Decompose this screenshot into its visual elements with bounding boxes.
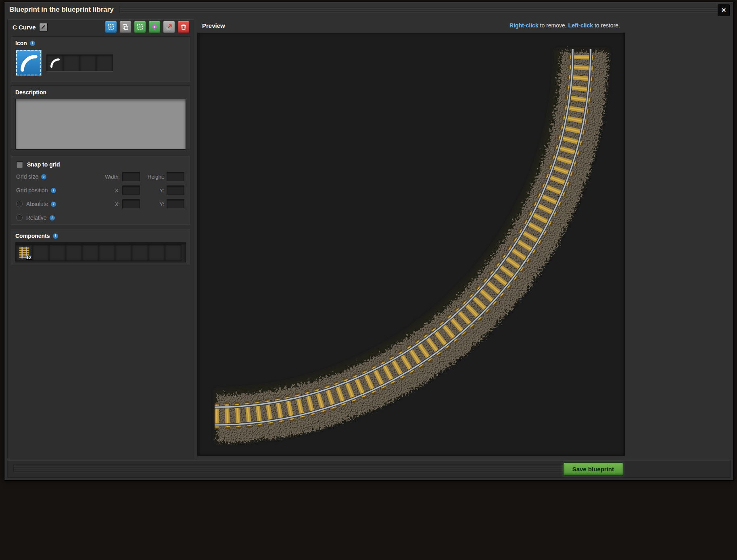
- x-label: X:: [98, 187, 121, 194]
- grid-size-label: Grid size: [16, 173, 38, 180]
- close-icon: ×: [721, 6, 726, 14]
- grid-position-label: Grid position: [16, 187, 48, 194]
- pencil-icon: [41, 25, 46, 29]
- info-icon: i: [53, 233, 58, 239]
- preview-header: Preview Right-click to remove, Left-clic…: [197, 19, 625, 32]
- y-label: Y:: [142, 187, 165, 194]
- grid-height-input[interactable]: [167, 172, 184, 181]
- footer-drag-handle[interactable]: [13, 464, 612, 473]
- component-slot-rail[interactable]: 12: [16, 244, 33, 261]
- info-icon: i: [30, 41, 35, 46]
- select-new-contents-button[interactable]: [105, 21, 117, 33]
- icon-slot-1[interactable]: [46, 54, 63, 71]
- icon-slot-3[interactable]: [79, 54, 96, 71]
- curved-rail-track: [198, 33, 624, 456]
- flower-icon: [151, 23, 158, 31]
- grid-width-input[interactable]: [122, 172, 140, 181]
- components-section: Components i: [11, 229, 190, 264]
- absolute-label: Absolute: [26, 201, 48, 207]
- y-label: Y:: [142, 201, 165, 207]
- curved-rail-icon: [18, 52, 39, 73]
- save-blueprint-button[interactable]: Save blueprint: [563, 462, 623, 476]
- grid-position-y-input[interactable]: [167, 185, 184, 195]
- relative-label-wrap: Relative i: [16, 214, 96, 221]
- info-icon: i: [51, 202, 56, 207]
- component-slot-empty[interactable]: [65, 244, 82, 261]
- grid-settings-button[interactable]: [134, 21, 146, 33]
- trash-icon: [180, 23, 187, 31]
- titlebar: Blueprint in the blueprint library ×: [4, 2, 733, 17]
- component-slot-empty[interactable]: [132, 244, 148, 261]
- titlebar-drag-handle[interactable]: [119, 6, 723, 13]
- info-icon: i: [41, 174, 46, 179]
- copy-blueprint-button[interactable]: [119, 21, 132, 33]
- parametrize-button[interactable]: [148, 21, 161, 33]
- height-label: Height:: [142, 174, 165, 180]
- export-string-button[interactable]: [163, 21, 175, 33]
- component-slot-empty[interactable]: [82, 244, 99, 261]
- component-slot-empty[interactable]: [165, 244, 182, 261]
- component-slot-empty[interactable]: [98, 244, 115, 261]
- blueprint-name: C Curve: [13, 24, 36, 31]
- x-label: X:: [98, 201, 121, 207]
- icon-section-label-row: Icon i: [15, 40, 186, 46]
- info-icon: i: [50, 215, 55, 221]
- absolute-row: Absolute i X: Y:: [16, 197, 185, 211]
- rename-button[interactable]: [39, 23, 48, 31]
- item-count-badge: 12: [26, 255, 31, 260]
- hint-mid: to remove,: [539, 22, 568, 29]
- description-section: Description: [11, 85, 190, 150]
- snap-to-grid-section: Snap to grid Grid size i Width: Height: …: [11, 156, 190, 224]
- dashed-grid-icon: [136, 23, 144, 31]
- component-slot-empty[interactable]: [32, 244, 49, 261]
- icon-row: [15, 50, 186, 76]
- icon-picker-slots: [47, 54, 113, 71]
- copy-icon: [122, 23, 129, 31]
- relative-row: Relative i: [16, 211, 185, 225]
- blueprint-name-row: C Curve: [8, 19, 194, 34]
- curved-rail-icon: [49, 57, 61, 69]
- components-strip: 12: [15, 242, 186, 262]
- description-input[interactable]: [15, 99, 186, 150]
- blueprint-item-slot[interactable]: [15, 50, 42, 76]
- blueprint-dialog: Blueprint in the blueprint library × C C…: [4, 2, 734, 481]
- components-label: Components: [15, 233, 50, 239]
- description-label: Description: [15, 89, 46, 96]
- preview-hint: Right-click to remove, Left-click to res…: [509, 22, 620, 29]
- component-slot-empty[interactable]: [49, 244, 66, 261]
- export-arrow-icon: [165, 23, 173, 31]
- snap-checkbox-row: Snap to grid: [16, 159, 185, 170]
- width-label: Width:: [98, 174, 121, 180]
- blueprint-toolbar: [105, 21, 190, 33]
- hint-right-click: Right-click: [509, 22, 539, 29]
- relative-radio[interactable]: [16, 214, 23, 221]
- grid-size-row: Grid size i Width: Height:: [16, 170, 185, 183]
- close-button[interactable]: ×: [718, 4, 730, 16]
- blueprint-preview-area[interactable]: [197, 33, 625, 456]
- component-slot-empty[interactable]: [115, 244, 132, 261]
- component-slot-empty[interactable]: [148, 244, 165, 261]
- icon-slot-4[interactable]: [96, 54, 113, 71]
- action-bar: Save blueprint: [7, 460, 731, 478]
- grid-position-label-wrap: Grid position i: [16, 187, 96, 194]
- preview-label: Preview: [202, 22, 225, 29]
- delete-blueprint-button[interactable]: [177, 21, 190, 33]
- settings-panel: C Curve: [7, 19, 194, 458]
- hint-end: to restore.: [593, 22, 620, 29]
- grid-position-x-input[interactable]: [122, 185, 140, 195]
- window-title: Blueprint in the blueprint library: [9, 6, 114, 14]
- info-icon: i: [51, 188, 56, 193]
- relative-label: Relative: [26, 214, 47, 221]
- hint-left-click: Left-click: [568, 22, 593, 29]
- snap-to-grid-label: Snap to grid: [27, 161, 60, 168]
- snap-to-grid-checkbox[interactable]: [16, 161, 23, 168]
- icon-section: Icon i: [11, 36, 190, 81]
- grid-position-row: Grid position i X: Y:: [16, 183, 185, 197]
- grid-size-label-wrap: Grid size i: [16, 173, 96, 180]
- selection-grid-icon: [107, 23, 115, 31]
- absolute-radio[interactable]: [16, 201, 23, 207]
- icon-slot-2[interactable]: [63, 54, 80, 71]
- icon-label: Icon: [15, 40, 27, 46]
- absolute-y-input[interactable]: [167, 199, 184, 209]
- absolute-x-input[interactable]: [122, 199, 140, 209]
